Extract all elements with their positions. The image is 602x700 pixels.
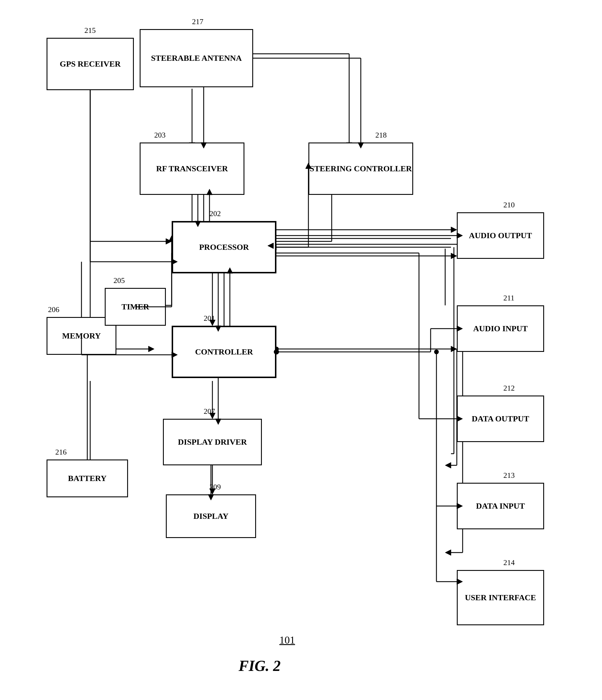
timer-id: 205 bbox=[114, 276, 125, 285]
audio-input-label: AUDIO INPUT bbox=[473, 323, 528, 334]
data-output-id: 212 bbox=[503, 384, 515, 393]
diagram: GPS RECEIVER 215 STEERABLE ANTENNA 217 R… bbox=[0, 0, 602, 700]
rf-transceiver-id: 203 bbox=[154, 131, 166, 140]
processor-block: PROCESSOR bbox=[172, 221, 276, 273]
svg-marker-41 bbox=[445, 550, 451, 555]
display-driver-id: 207 bbox=[204, 407, 215, 416]
audio-output-id: 210 bbox=[503, 201, 515, 209]
audio-input-id: 211 bbox=[503, 294, 514, 302]
audio-input-block: AUDIO INPUT bbox=[457, 305, 544, 352]
svg-marker-2 bbox=[166, 239, 172, 244]
controller-block: CONTROLLER bbox=[172, 326, 276, 378]
steering-controller-id: 218 bbox=[375, 131, 387, 140]
memory-id: 206 bbox=[48, 305, 59, 314]
user-interface-block: USER INTERFACE bbox=[457, 570, 544, 625]
steerable-antenna-block: STEERABLE ANTENNA bbox=[140, 29, 253, 87]
data-output-block: DATA OUTPUT bbox=[457, 396, 544, 442]
controller-label: CONTROLLER bbox=[195, 347, 253, 357]
display-driver-label: DISPLAY DRIVER bbox=[178, 437, 247, 447]
svg-marker-35 bbox=[451, 346, 457, 352]
steerable-antenna-id: 217 bbox=[192, 18, 203, 26]
figure-ref: 101 bbox=[279, 634, 295, 646]
steering-controller-block: STEERING CONTROLLER bbox=[308, 143, 413, 195]
rf-transceiver-label: RF TRANSCEIVER bbox=[156, 164, 228, 174]
data-input-id: 213 bbox=[503, 471, 515, 480]
rf-transceiver-block: RF TRANSCEIVER bbox=[140, 143, 244, 195]
display-label: DISPLAY bbox=[193, 511, 228, 521]
user-interface-label: USER INTERFACE bbox=[465, 592, 536, 603]
steering-controller-label: STEERING CONTROLLER bbox=[310, 164, 412, 174]
figure-label: FIG. 2 bbox=[239, 657, 281, 674]
battery-block: BATTERY bbox=[47, 459, 128, 497]
svg-point-90 bbox=[434, 350, 439, 354]
data-output-label: DATA OUTPUT bbox=[472, 414, 529, 424]
gps-receiver-label: GPS RECEIVER bbox=[59, 59, 120, 69]
data-input-block: DATA INPUT bbox=[457, 483, 544, 529]
svg-marker-28 bbox=[148, 346, 154, 352]
user-interface-id: 214 bbox=[503, 558, 515, 567]
battery-label: BATTERY bbox=[68, 473, 106, 484]
controller-id: 201 bbox=[204, 314, 215, 323]
processor-id: 202 bbox=[210, 209, 221, 218]
audio-output-block: AUDIO OUTPUT bbox=[457, 212, 544, 259]
timer-label: TIMER bbox=[122, 302, 149, 312]
steerable-antenna-label: STEERABLE ANTENNA bbox=[151, 53, 242, 64]
audio-output-label: AUDIO OUTPUT bbox=[469, 230, 532, 241]
gps-receiver-block: GPS RECEIVER bbox=[47, 38, 134, 90]
display-driver-block: DISPLAY DRIVER bbox=[163, 419, 262, 465]
processor-label: PROCESSOR bbox=[199, 242, 249, 252]
svg-marker-21 bbox=[451, 253, 457, 259]
svg-marker-16 bbox=[451, 227, 457, 233]
memory-label: MEMORY bbox=[62, 331, 101, 341]
display-id: 209 bbox=[210, 483, 221, 492]
display-block: DISPLAY bbox=[166, 494, 256, 538]
battery-id: 216 bbox=[55, 448, 67, 456]
gps-receiver-id: 215 bbox=[85, 26, 96, 35]
svg-marker-38 bbox=[445, 462, 451, 468]
timer-block: TIMER bbox=[105, 288, 166, 326]
data-input-label: DATA INPUT bbox=[476, 501, 525, 511]
